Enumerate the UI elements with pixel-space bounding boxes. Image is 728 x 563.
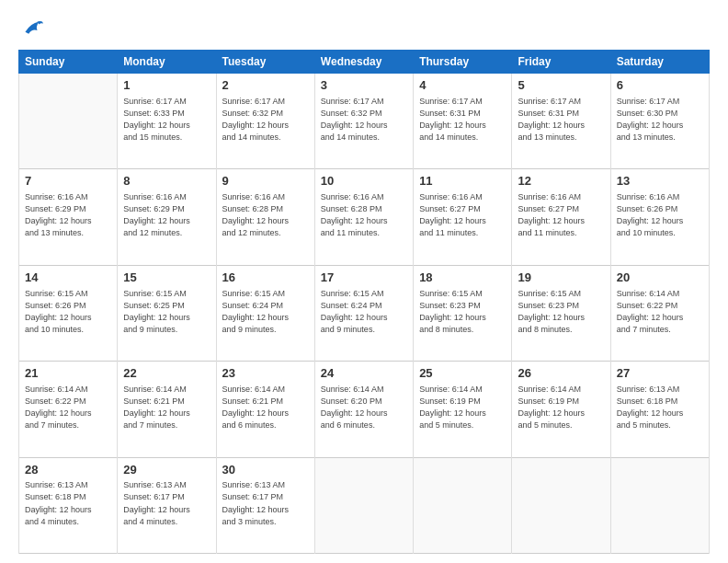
- day-cell: 12Sunrise: 6:16 AMSunset: 6:27 PMDayligh…: [512, 169, 610, 265]
- day-number: 14: [25, 270, 111, 287]
- day-cell: 22Sunrise: 6:14 AMSunset: 6:21 PMDayligh…: [118, 362, 216, 457]
- day-number: 8: [123, 173, 210, 190]
- day-number: 16: [222, 270, 309, 287]
- day-info: Sunrise: 6:16 AMSunset: 6:27 PMDaylight:…: [518, 191, 604, 239]
- day-number: 3: [321, 77, 407, 95]
- day-cell: 28Sunrise: 6:13 AMSunset: 6:18 PMDayligh…: [19, 457, 118, 553]
- day-cell: 25Sunrise: 6:14 AMSunset: 6:19 PMDayligh…: [414, 362, 512, 457]
- day-info: Sunrise: 6:15 AMSunset: 6:24 PMDaylight:…: [321, 288, 407, 336]
- day-cell: 17Sunrise: 6:15 AMSunset: 6:24 PMDayligh…: [314, 265, 413, 361]
- header-saturday: Saturday: [610, 51, 709, 74]
- day-number: 20: [617, 270, 703, 287]
- day-cell: 1Sunrise: 6:17 AMSunset: 6:33 PMDaylight…: [118, 74, 216, 169]
- day-number: 23: [222, 365, 309, 383]
- day-cell: 7Sunrise: 6:16 AMSunset: 6:29 PMDaylight…: [19, 169, 118, 265]
- day-info: Sunrise: 6:14 AMSunset: 6:19 PMDaylight:…: [518, 384, 604, 431]
- day-info: Sunrise: 6:17 AMSunset: 6:32 PMDaylight:…: [222, 96, 309, 144]
- header-sunday: Sunday: [19, 51, 118, 74]
- calendar-table: SundayMondayTuesdayWednesdayThursdayFrid…: [18, 50, 710, 554]
- day-info: Sunrise: 6:17 AMSunset: 6:32 PMDaylight:…: [321, 96, 407, 144]
- day-cell: 23Sunrise: 6:14 AMSunset: 6:21 PMDayligh…: [216, 362, 314, 457]
- day-cell: 9Sunrise: 6:16 AMSunset: 6:28 PMDaylight…: [216, 169, 314, 265]
- day-info: Sunrise: 6:17 AMSunset: 6:33 PMDaylight:…: [123, 96, 210, 144]
- day-number: 6: [617, 77, 703, 95]
- day-info: Sunrise: 6:17 AMSunset: 6:31 PMDaylight:…: [419, 96, 506, 144]
- day-cell: 13Sunrise: 6:16 AMSunset: 6:26 PMDayligh…: [610, 169, 709, 265]
- day-number: 12: [518, 173, 604, 190]
- day-cell: 14Sunrise: 6:15 AMSunset: 6:26 PMDayligh…: [19, 265, 118, 361]
- day-info: Sunrise: 6:14 AMSunset: 6:22 PMDaylight:…: [617, 288, 703, 336]
- header-friday: Friday: [512, 51, 610, 74]
- day-cell: 4Sunrise: 6:17 AMSunset: 6:31 PMDaylight…: [414, 74, 512, 169]
- day-info: Sunrise: 6:14 AMSunset: 6:20 PMDaylight:…: [321, 384, 407, 431]
- day-number: 5: [518, 77, 604, 95]
- header-monday: Monday: [118, 51, 216, 74]
- day-cell: 30Sunrise: 6:13 AMSunset: 6:17 PMDayligh…: [216, 457, 314, 553]
- day-info: Sunrise: 6:14 AMSunset: 6:21 PMDaylight:…: [222, 384, 309, 431]
- day-number: 7: [25, 173, 111, 190]
- week-row-3: 14Sunrise: 6:15 AMSunset: 6:26 PMDayligh…: [19, 265, 710, 361]
- day-number: 10: [321, 173, 407, 190]
- day-number: 15: [123, 270, 210, 287]
- day-number: 4: [419, 77, 506, 95]
- week-row-1: 1Sunrise: 6:17 AMSunset: 6:33 PMDaylight…: [19, 74, 710, 169]
- day-cell: 27Sunrise: 6:13 AMSunset: 6:18 PMDayligh…: [610, 362, 709, 457]
- day-cell: 15Sunrise: 6:15 AMSunset: 6:25 PMDayligh…: [118, 265, 216, 361]
- day-cell: [314, 457, 413, 553]
- day-number: 13: [617, 173, 703, 190]
- day-info: Sunrise: 6:13 AMSunset: 6:18 PMDaylight:…: [25, 479, 111, 527]
- day-number: 22: [123, 365, 210, 383]
- day-info: Sunrise: 6:13 AMSunset: 6:17 PMDaylight:…: [123, 479, 210, 527]
- day-cell: [414, 457, 512, 553]
- day-number: 26: [518, 365, 604, 383]
- logo-icon: [18, 17, 44, 42]
- day-info: Sunrise: 6:13 AMSunset: 6:18 PMDaylight:…: [617, 384, 703, 431]
- header-thursday: Thursday: [414, 51, 512, 74]
- day-cell: 19Sunrise: 6:15 AMSunset: 6:23 PMDayligh…: [512, 265, 610, 361]
- day-number: 18: [419, 270, 506, 287]
- day-info: Sunrise: 6:14 AMSunset: 6:22 PMDaylight:…: [25, 384, 111, 431]
- day-number: 19: [518, 270, 604, 287]
- day-number: 28: [25, 462, 111, 479]
- day-info: Sunrise: 6:15 AMSunset: 6:24 PMDaylight:…: [222, 288, 309, 336]
- day-number: 1: [123, 77, 210, 95]
- day-number: 30: [222, 462, 309, 479]
- day-info: Sunrise: 6:15 AMSunset: 6:26 PMDaylight:…: [25, 288, 111, 336]
- day-number: 27: [617, 365, 703, 383]
- week-row-4: 21Sunrise: 6:14 AMSunset: 6:22 PMDayligh…: [19, 362, 710, 457]
- day-cell: 29Sunrise: 6:13 AMSunset: 6:17 PMDayligh…: [118, 457, 216, 553]
- day-info: Sunrise: 6:17 AMSunset: 6:30 PMDaylight:…: [617, 96, 703, 144]
- day-info: Sunrise: 6:16 AMSunset: 6:28 PMDaylight:…: [222, 191, 309, 239]
- day-cell: 5Sunrise: 6:17 AMSunset: 6:31 PMDaylight…: [512, 74, 610, 169]
- day-cell: [512, 457, 610, 553]
- day-info: Sunrise: 6:16 AMSunset: 6:27 PMDaylight:…: [419, 191, 506, 239]
- day-info: Sunrise: 6:16 AMSunset: 6:29 PMDaylight:…: [25, 191, 111, 239]
- day-number: 11: [419, 173, 506, 190]
- day-info: Sunrise: 6:17 AMSunset: 6:31 PMDaylight:…: [518, 96, 604, 144]
- day-number: 29: [123, 462, 210, 479]
- day-cell: [610, 457, 709, 553]
- day-number: 25: [419, 365, 506, 383]
- header-tuesday: Tuesday: [216, 51, 314, 74]
- day-cell: 10Sunrise: 6:16 AMSunset: 6:28 PMDayligh…: [314, 169, 413, 265]
- day-number: 9: [222, 173, 309, 190]
- day-number: 2: [222, 77, 309, 95]
- day-cell: 11Sunrise: 6:16 AMSunset: 6:27 PMDayligh…: [414, 169, 512, 265]
- day-info: Sunrise: 6:16 AMSunset: 6:28 PMDaylight:…: [321, 191, 407, 239]
- day-info: Sunrise: 6:15 AMSunset: 6:23 PMDaylight:…: [419, 288, 506, 336]
- day-cell: 6Sunrise: 6:17 AMSunset: 6:30 PMDaylight…: [610, 74, 709, 169]
- logo: [18, 17, 48, 42]
- day-number: 24: [321, 365, 407, 383]
- day-cell: 3Sunrise: 6:17 AMSunset: 6:32 PMDaylight…: [314, 74, 413, 169]
- day-info: Sunrise: 6:14 AMSunset: 6:21 PMDaylight:…: [123, 384, 210, 431]
- day-cell: 8Sunrise: 6:16 AMSunset: 6:29 PMDaylight…: [118, 169, 216, 265]
- day-cell: 24Sunrise: 6:14 AMSunset: 6:20 PMDayligh…: [314, 362, 413, 457]
- day-info: Sunrise: 6:15 AMSunset: 6:23 PMDaylight:…: [518, 288, 604, 336]
- day-cell: 21Sunrise: 6:14 AMSunset: 6:22 PMDayligh…: [19, 362, 118, 457]
- day-cell: 2Sunrise: 6:17 AMSunset: 6:32 PMDaylight…: [216, 74, 314, 169]
- day-cell: 20Sunrise: 6:14 AMSunset: 6:22 PMDayligh…: [610, 265, 709, 361]
- header-wednesday: Wednesday: [314, 51, 413, 74]
- day-number: 21: [25, 365, 111, 383]
- day-cell: 26Sunrise: 6:14 AMSunset: 6:19 PMDayligh…: [512, 362, 610, 457]
- calendar-header-row: SundayMondayTuesdayWednesdayThursdayFrid…: [19, 51, 710, 74]
